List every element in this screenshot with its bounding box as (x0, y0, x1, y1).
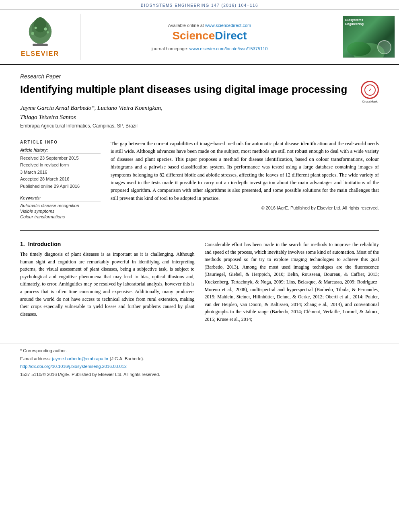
keywords-label: Keywords: (20, 195, 101, 201)
svg-point-7 (44, 27, 47, 31)
svg-point-3 (34, 17, 46, 32)
intro-right-text: Considerable effort has been made in the… (205, 241, 379, 323)
science-text: Science (172, 29, 215, 42)
body-columns: 1. Introduction The timely diagnosis of … (20, 241, 379, 323)
section-number: 1. (20, 241, 25, 247)
intro-left-text: The timely diagnosis of plant diseases i… (20, 251, 195, 318)
doi-link[interactable]: http://dx.doi.org/10.1016/j.biosystemsen… (20, 364, 127, 369)
available-online-text: Available online at www.sciencedirect.co… (168, 23, 251, 28)
article-info-heading: ARTICLE INFO (20, 140, 101, 144)
crossmark-badge: ✓ CrossMark (361, 81, 379, 103)
email-line: E-mail address: jayme.barbedo@embrapa.br… (20, 355, 379, 362)
sciencedirect-link[interactable]: www.sciencedirect.com (205, 23, 251, 28)
journal-header: ELSEVIER Available online at www.science… (0, 10, 399, 65)
section-1-heading: 1. Introduction (20, 241, 195, 247)
keyword-3: Colour transformations (20, 214, 101, 219)
elsevier-name: ELSEVIER (21, 50, 59, 58)
body-left-col: 1. Introduction The timely diagnosis of … (20, 241, 195, 323)
svg-point-4 (31, 32, 34, 35)
journal-center-info: Available online at www.sciencedirect.co… (80, 14, 339, 60)
authors-line1: Jayme Garcia Arnal Barbedo*, Luciano Vie… (20, 103, 379, 121)
keyword-2: Visible symptoms (20, 209, 101, 214)
elsevier-logo-box: ELSEVIER (0, 14, 80, 60)
homepage-link[interactable]: www.elsevier.com/locate/issn/15375110 (189, 46, 267, 51)
section-title: Introduction (28, 241, 61, 247)
main-content: Research Paper Identifying multiple plan… (0, 65, 399, 331)
revised-date: 3 March 2016 (20, 169, 101, 175)
article-title: Identifying multiple plant diseases usin… (20, 83, 355, 96)
issn-line: 1537-5110/© 2016 IAgrE. Published by Els… (20, 371, 379, 378)
svg-point-6 (34, 27, 37, 29)
journal-cover-box: Biosystems Engineering (339, 14, 399, 60)
cover-plant-icon (343, 33, 395, 58)
corresponding-author-line: * Corresponding author. (20, 347, 379, 354)
svg-point-5 (47, 31, 49, 33)
article-body: ARTICLE INFO Article history: Received 2… (20, 140, 379, 220)
received-date: Received 23 September 2015 (20, 155, 101, 161)
article-info-column: ARTICLE INFO Article history: Received 2… (20, 140, 101, 220)
article-history-label: Article history: (20, 148, 101, 154)
cover-title: Biosystems Engineering (345, 18, 364, 26)
keyword-1: Automatic disease recognition (20, 203, 101, 208)
direct-text: Direct (215, 29, 247, 42)
header-divider (20, 135, 379, 135)
abstract-column: The gap between the current capabilities… (111, 140, 379, 220)
affiliation: Embrapa Agricultural Informatics, Campin… (20, 123, 379, 129)
section-divider (20, 230, 379, 231)
page-footer: * Corresponding author. E-mail address: … (0, 343, 399, 383)
body-right-col: Considerable effort has been made in the… (205, 241, 379, 323)
author-email[interactable]: jayme.barbedo@embrapa.br (52, 356, 108, 361)
copyright-line: © 2016 IAgrE. Published by Elsevier Ltd.… (111, 205, 379, 210)
accepted-date: Accepted 28 March 2016 (20, 176, 101, 182)
crossmark-icon: ✓ (361, 81, 379, 99)
revised-label: Received in revised form (20, 162, 101, 168)
abstract-text: The gap between the current capabilities… (111, 140, 379, 202)
svg-rect-8 (33, 43, 48, 46)
elsevier-tree-icon (20, 16, 60, 49)
keywords-section: Keywords: Automatic disease recognition … (20, 195, 101, 219)
sciencedirect-logo: ScienceDirect (172, 29, 247, 42)
title-row: Identifying multiple plant diseases usin… (20, 83, 379, 103)
svg-point-10 (347, 42, 371, 56)
crossmark-label: CrossMark (362, 100, 378, 103)
journal-cover-image: Biosystems Engineering (343, 16, 395, 58)
article-type: Research Paper (20, 73, 379, 80)
journal-citation: BIOSYSTEMS ENGINEERING 147 (2016) 104–11… (141, 3, 258, 8)
journal-homepage-line: journal homepage: www.elsevier.com/locat… (152, 46, 268, 51)
journal-header-bar: BIOSYSTEMS ENGINEERING 147 (2016) 104–11… (0, 0, 399, 10)
published-date: Published online 29 April 2016 (20, 183, 101, 189)
doi-line: http://dx.doi.org/10.1016/j.biosystemsen… (20, 363, 379, 370)
